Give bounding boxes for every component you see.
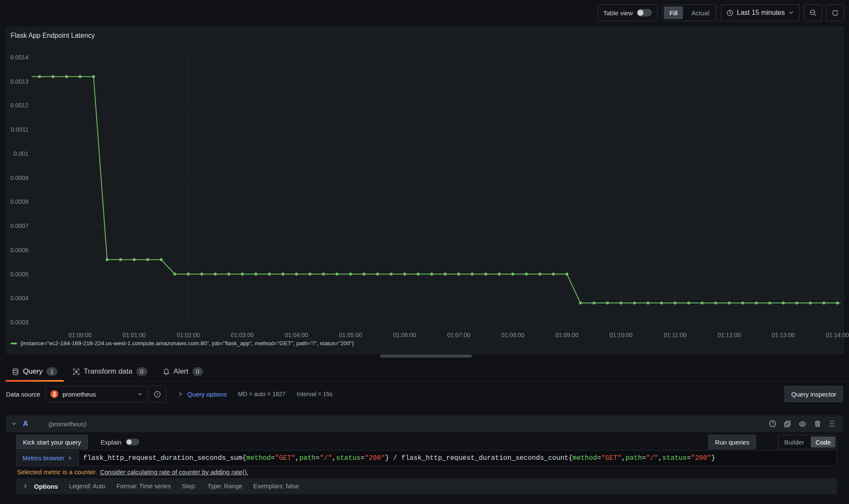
query-toolbar: Kick start your query Explain Run querie…	[16, 435, 837, 449]
svg-text:?: ?	[771, 422, 774, 426]
refresh-button[interactable]	[826, 4, 844, 21]
add-rate-link[interactable]: Consider calculating rate of counter by …	[100, 468, 248, 476]
bell-icon	[163, 368, 170, 375]
tab-query-count: 1	[46, 367, 57, 376]
svg-text:01:09:00: 01:09:00	[556, 332, 579, 338]
option-legend: Legend: Auto	[69, 483, 105, 490]
query-options-row[interactable]: Options Legend: Auto Format: Time series…	[16, 478, 837, 494]
timeseries-panel: Flask App Endpoint Latency 0.00140.00130…	[6, 27, 844, 354]
tab-transform-count: 0	[136, 367, 147, 376]
fill-button[interactable]: Fill	[664, 6, 683, 19]
datasource-help-button[interactable]: ?	[149, 386, 166, 403]
chart-legend: {instance="ec2-184-169-216-224.us-west-1…	[11, 340, 354, 346]
zoom-out-button[interactable]	[804, 4, 822, 21]
delete-query-trash-icon[interactable]	[814, 420, 821, 428]
svg-text:0.0004: 0.0004	[10, 295, 28, 301]
zoom-out-icon	[809, 9, 817, 17]
query-row-actions: ?	[769, 420, 835, 428]
tab-alert-label: Alert	[174, 367, 189, 376]
svg-text:0.0014: 0.0014	[10, 54, 28, 61]
svg-text:01:03:00: 01:03:00	[231, 332, 254, 338]
svg-text:01:11:00: 01:11:00	[664, 332, 687, 338]
datasource-label: Data source	[6, 391, 40, 398]
query-options-label: Query options	[187, 391, 227, 398]
svg-text:01:14:00: 01:14:00	[826, 332, 849, 338]
fill-actual-switch: Fill Actual	[662, 4, 716, 21]
chevron-down-icon	[137, 391, 143, 397]
svg-text:01:01:00: 01:01:00	[123, 332, 146, 338]
svg-text:0.0006: 0.0006	[10, 247, 28, 253]
time-range-label: Last 15 minutes	[737, 9, 785, 17]
interval-text: Interval = 15s	[296, 391, 332, 397]
datasource-picker[interactable]: prometheus	[45, 386, 147, 402]
svg-text:01:13:00: 01:13:00	[772, 332, 795, 338]
code-button[interactable]: Code	[811, 436, 835, 448]
query-datasource-hint: (prometheus)	[48, 420, 86, 428]
datasource-row: Data source prometheus ? Qu	[6, 386, 843, 403]
svg-text:01:04:00: 01:04:00	[285, 332, 308, 338]
svg-text:0.0005: 0.0005	[10, 271, 28, 278]
tab-alert-count: 0	[192, 367, 203, 376]
help-icon[interactable]: ?	[769, 420, 776, 428]
max-data-points-text: MD = auto = 1827	[238, 391, 285, 397]
database-icon	[12, 368, 19, 375]
builder-button[interactable]: Builder	[778, 435, 810, 449]
time-range-picker[interactable]: Last 15 minutes	[721, 4, 800, 21]
svg-text:0.0011: 0.0011	[11, 126, 28, 133]
tab-transform-label: Transform data	[84, 367, 133, 376]
query-row-header[interactable]: A (prometheus) ?	[6, 415, 843, 432]
counter-warning: Selected metric is a counter. Consider c…	[17, 467, 248, 476]
tab-transform-data[interactable]: Transform data 0	[66, 362, 153, 381]
svg-text:01:08:00: 01:08:00	[501, 332, 525, 338]
svg-text:0.0012: 0.0012	[10, 102, 28, 109]
explain-toggle[interactable]	[126, 439, 139, 445]
run-queries-button[interactable]: Run queries	[708, 435, 756, 449]
table-view-label: Table view	[603, 9, 633, 17]
kick-start-query-button[interactable]: Kick start your query	[16, 435, 88, 449]
svg-text:01:05:00: 01:05:00	[339, 332, 362, 338]
chevron-down-icon	[788, 10, 794, 16]
hide-query-eye-icon[interactable]	[798, 420, 807, 428]
toggle-knob	[127, 439, 132, 445]
tab-alert[interactable]: Alert 0	[156, 362, 210, 381]
chevron-right-icon	[178, 391, 183, 397]
query-ref-id: A	[23, 420, 28, 428]
tab-query[interactable]: Query 1	[6, 362, 64, 381]
option-exemplars: Exemplars: false	[253, 483, 299, 490]
query-inspector-button[interactable]: Query inspector	[784, 386, 843, 402]
datasource-name: prometheus	[62, 391, 133, 398]
option-format: Format: Time series	[116, 483, 171, 490]
prometheus-icon	[50, 390, 59, 398]
svg-text:01:10:00: 01:10:00	[609, 332, 633, 338]
series-color-dash	[11, 343, 17, 344]
grafana-panel-editor: Table view Fill Actual Last 15 minutes	[0, 0, 849, 504]
svg-text:0.0009: 0.0009	[10, 175, 28, 181]
chevron-right-icon	[68, 456, 73, 461]
actual-button[interactable]: Actual	[685, 5, 716, 21]
editor-tabs: Query 1 Transform data 0 Alert 0	[0, 362, 849, 382]
duplicate-query-icon[interactable]	[784, 420, 791, 428]
option-type: Type: Range	[207, 483, 242, 490]
pane-resize-handle[interactable]	[380, 355, 472, 358]
svg-text:0.0003: 0.0003	[10, 319, 28, 326]
toggle-knob	[637, 10, 643, 16]
active-tab-underline	[6, 380, 64, 382]
panel-editor-toolbar: Table view Fill Actual Last 15 minutes	[598, 4, 844, 21]
latency-chart[interactable]: 0.00140.00130.00120.00110.0010.00090.000…	[6, 27, 843, 353]
svg-text:01:00:00: 01:00:00	[68, 332, 92, 338]
metrics-browser-button[interactable]: Metrics browser	[16, 450, 79, 466]
chevron-right-icon[interactable]	[23, 484, 28, 489]
query-options-toggle[interactable]: Query options	[178, 391, 227, 398]
metrics-browser-label: Metrics browser	[23, 455, 65, 462]
collapse-chevron-icon[interactable]	[11, 421, 17, 427]
svg-text:01:12:00: 01:12:00	[718, 332, 741, 338]
svg-text:01:06:00: 01:06:00	[393, 332, 416, 338]
promql-query-input[interactable]: flask_http_request_duration_seconds_sum{…	[79, 450, 837, 466]
table-view-toggle[interactable]	[637, 9, 652, 17]
explain-control: Explain	[101, 439, 139, 446]
svg-text:01:07:00: 01:07:00	[447, 332, 471, 338]
drag-handle-icon[interactable]	[829, 420, 835, 428]
transform-icon	[73, 368, 80, 375]
series-legend-label[interactable]: {instance="ec2-184-169-216-224.us-west-1…	[20, 340, 354, 346]
svg-text:01:02:00: 01:02:00	[177, 332, 200, 338]
